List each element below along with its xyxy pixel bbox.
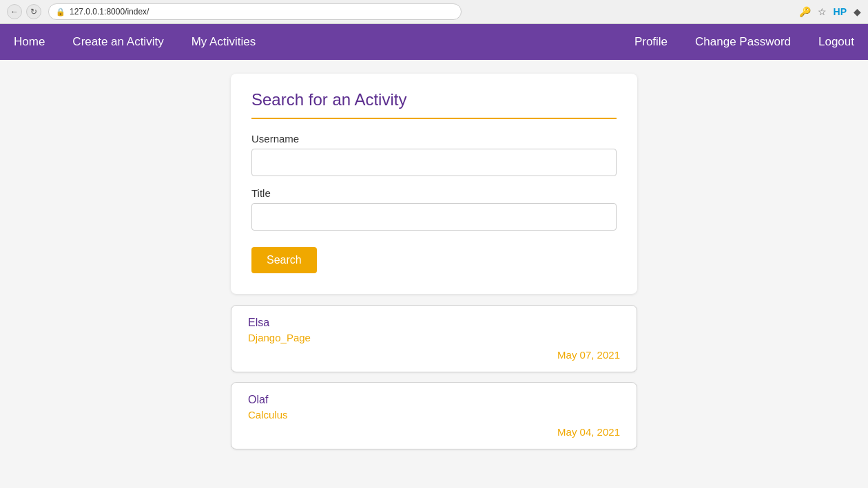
hp-icon: HP (834, 6, 847, 17)
refresh-button[interactable]: ↻ (26, 4, 41, 19)
navbar: Home Create an Activity My Activities Pr… (0, 24, 868, 60)
username-label: Username (251, 133, 617, 145)
browser-toolbar-icons: 🔑 ☆ HP ◆ (799, 6, 861, 17)
main-content: Search for an Activity Username Title Se… (0, 60, 868, 473)
activity-date: May 04, 2021 (248, 426, 620, 438)
nav-my-activities[interactable]: My Activities (178, 24, 270, 60)
back-button[interactable]: ← (7, 4, 22, 19)
title-label: Title (251, 187, 617, 199)
activity-title[interactable]: Calculus (248, 409, 620, 421)
activity-username[interactable]: Elsa (248, 317, 620, 329)
address-bar[interactable]: 🔒 127.0.0.1:8000/index/ (48, 3, 462, 20)
extension-icon: ◆ (854, 6, 861, 17)
nav-logout[interactable]: Logout (805, 24, 868, 60)
search-button[interactable]: Search (251, 247, 317, 273)
activity-card: ElsaDjango_PageMay 07, 2021 (231, 305, 637, 372)
activity-card: OlafCalculusMay 04, 2021 (231, 382, 637, 449)
title-form-group: Title (251, 187, 617, 231)
nav-change-password[interactable]: Change Password (681, 24, 805, 60)
url-text: 127.0.0.1:8000/index/ (70, 7, 149, 17)
activity-username[interactable]: Olaf (248, 394, 620, 406)
search-title: Search for an Activity (251, 90, 617, 119)
username-input[interactable] (251, 149, 617, 176)
browser-chrome: ← ↻ 🔒 127.0.0.1:8000/index/ 🔑 ☆ HP ◆ (0, 0, 868, 24)
key-icon: 🔑 (799, 6, 811, 17)
username-form-group: Username (251, 133, 617, 176)
activity-date: May 07, 2021 (248, 349, 620, 361)
activity-list: ElsaDjango_PageMay 07, 2021OlafCalculusM… (14, 305, 854, 459)
title-input[interactable] (251, 203, 617, 231)
activity-title[interactable]: Django_Page (248, 332, 620, 343)
search-card: Search for an Activity Username Title Se… (231, 74, 637, 294)
nav-profile[interactable]: Profile (621, 24, 681, 60)
lock-icon: 🔒 (56, 8, 65, 17)
bookmark-icon: ☆ (818, 6, 827, 17)
nav-home[interactable]: Home (0, 24, 59, 60)
nav-create-activity[interactable]: Create an Activity (59, 24, 177, 60)
